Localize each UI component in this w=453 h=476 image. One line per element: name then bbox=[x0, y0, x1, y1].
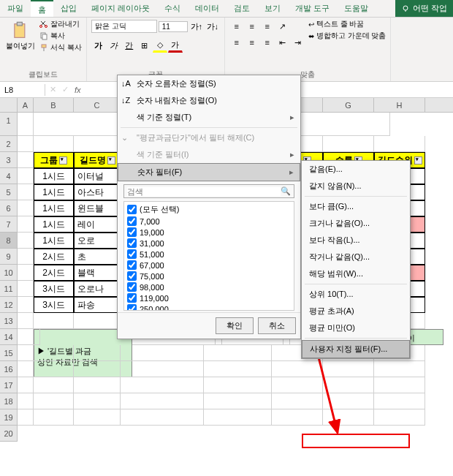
tab-help[interactable]: 도움말 bbox=[337, 0, 376, 17]
filter-dropdown-icon[interactable] bbox=[107, 156, 115, 165]
cell[interactable] bbox=[34, 136, 74, 152]
fx-icon[interactable]: fx bbox=[75, 86, 81, 94]
cell[interactable] bbox=[323, 393, 374, 409]
filter-less-eq[interactable]: 작거나 같음(Q)... bbox=[302, 249, 410, 265]
sort-ascending[interactable]: ↓A숫자 오름차순 정렬(S) bbox=[118, 75, 300, 92]
filter-dropdown-icon[interactable] bbox=[59, 156, 67, 165]
font-color-button[interactable]: 가 bbox=[168, 38, 183, 53]
cell[interactable] bbox=[18, 113, 34, 136]
tab-review[interactable]: 검토 bbox=[226, 0, 257, 17]
row-header-10[interactable]: 10 bbox=[0, 265, 18, 281]
table-cell[interactable]: 블랙 bbox=[74, 265, 121, 281]
merge-center-button[interactable]: ⬌병합하고 가운데 맞춤 bbox=[308, 31, 387, 41]
decrease-font-button[interactable]: 가↓ bbox=[205, 19, 220, 34]
row-header-8[interactable]: 8 bbox=[0, 233, 18, 249]
align-bottom-button[interactable]: ≡ bbox=[260, 19, 275, 34]
row-header-13[interactable]: 13 bbox=[0, 313, 18, 329]
cell[interactable] bbox=[34, 313, 74, 329]
cell[interactable] bbox=[323, 409, 374, 426]
cell[interactable] bbox=[323, 136, 374, 152]
cell[interactable] bbox=[272, 361, 323, 377]
filter-greater-eq[interactable]: 크거나 같음(O)... bbox=[302, 215, 410, 232]
col-header-G[interactable]: G bbox=[323, 98, 374, 112]
fill-color-button[interactable]: ◇ bbox=[153, 38, 167, 53]
row-header-18[interactable]: 18 bbox=[0, 393, 18, 409]
filter-value[interactable]: 119,000 bbox=[126, 292, 292, 303]
number-filters[interactable]: 숫자 필터(F)▸ bbox=[118, 163, 300, 181]
table-cell[interactable]: 아스타 bbox=[74, 184, 121, 200]
table-cell[interactable]: 1시드 bbox=[34, 200, 74, 216]
cell[interactable] bbox=[272, 377, 323, 393]
row-header-3[interactable]: 3 bbox=[0, 152, 18, 168]
table-cell[interactable]: 2시드 bbox=[34, 249, 74, 265]
align-top-button[interactable]: ≡ bbox=[229, 19, 244, 34]
cell[interactable] bbox=[204, 393, 272, 409]
cell[interactable] bbox=[204, 409, 272, 426]
cell[interactable] bbox=[34, 409, 74, 426]
cell[interactable] bbox=[121, 377, 204, 393]
table-cell[interactable]: 3시드 bbox=[34, 281, 74, 297]
copy-button[interactable]: 복사 bbox=[39, 31, 82, 41]
sort-by-color[interactable]: 색 기준 정렬(T)▸ bbox=[118, 109, 300, 126]
table-cell[interactable]: 윈드블 bbox=[74, 200, 121, 216]
cell[interactable] bbox=[18, 409, 34, 426]
cell[interactable] bbox=[18, 361, 34, 377]
cell[interactable] bbox=[18, 152, 34, 168]
font-size-select[interactable]: 11 bbox=[159, 21, 188, 32]
filter-values-list[interactable]: (모두 선택) 7,000 19,000 31,000 51,000 67,00… bbox=[123, 201, 294, 311]
filter-search[interactable]: 🔍 bbox=[123, 184, 294, 198]
filter-value[interactable]: 31,000 bbox=[126, 238, 292, 249]
cell[interactable] bbox=[121, 409, 204, 426]
filter-check[interactable] bbox=[127, 282, 137, 292]
tab-file[interactable]: 파일 bbox=[0, 0, 31, 17]
filter-value[interactable]: 51,000 bbox=[126, 249, 292, 260]
row-header-20[interactable]: 20 bbox=[0, 426, 18, 442]
cell[interactable] bbox=[18, 345, 34, 361]
cell[interactable] bbox=[323, 377, 374, 393]
row-header-2[interactable]: 2 bbox=[0, 136, 18, 152]
filter-equals[interactable]: 같음(E)... bbox=[302, 161, 410, 178]
cell[interactable] bbox=[18, 313, 34, 329]
row-header-12[interactable]: 12 bbox=[0, 297, 18, 313]
filter-value[interactable]: 7,000 bbox=[126, 216, 292, 227]
cell[interactable] bbox=[204, 361, 272, 377]
cell[interactable] bbox=[74, 361, 121, 377]
table-cell[interactable]: 1시드 bbox=[34, 233, 74, 249]
name-box[interactable]: L8 bbox=[0, 84, 45, 96]
filter-top10[interactable]: 상위 10(T)... bbox=[302, 286, 410, 303]
cell[interactable] bbox=[374, 377, 425, 393]
cell[interactable] bbox=[374, 361, 425, 377]
cell[interactable] bbox=[18, 281, 34, 297]
filter-check[interactable] bbox=[127, 304, 137, 311]
cell[interactable] bbox=[34, 393, 74, 409]
cell[interactable] bbox=[18, 184, 34, 200]
cell[interactable] bbox=[18, 377, 34, 393]
filter-value[interactable]: 98,000 bbox=[126, 282, 292, 292]
filter-dropdown-icon[interactable] bbox=[414, 156, 422, 165]
cell[interactable] bbox=[18, 136, 34, 152]
filter-check[interactable] bbox=[127, 260, 137, 270]
cell[interactable] bbox=[272, 393, 323, 409]
cell[interactable] bbox=[18, 200, 34, 216]
cell[interactable] bbox=[18, 265, 34, 281]
filter-below-avg[interactable]: 평균 미만(O) bbox=[302, 320, 410, 336]
cell[interactable] bbox=[74, 377, 121, 393]
cell[interactable] bbox=[74, 136, 121, 152]
row-header-19[interactable]: 19 bbox=[0, 409, 18, 426]
table-cell[interactable]: 3시드 bbox=[34, 297, 74, 313]
cell[interactable] bbox=[18, 233, 34, 249]
filter-value[interactable]: 250,000 bbox=[126, 303, 292, 311]
tab-formulas[interactable]: 수식 bbox=[157, 0, 188, 17]
align-middle-button[interactable]: ≡ bbox=[245, 19, 259, 34]
filter-check[interactable] bbox=[127, 216, 137, 226]
table-header[interactable]: 그룹 bbox=[34, 152, 74, 168]
tab-developer[interactable]: 개발 도구 bbox=[288, 0, 337, 17]
filter-not-equals[interactable]: 같지 않음(N)... bbox=[302, 178, 410, 194]
select-all-corner[interactable] bbox=[0, 98, 18, 112]
wrap-text-button[interactable]: ↩텍스트 줄 바꿈 bbox=[308, 19, 387, 29]
cell[interactable] bbox=[74, 409, 121, 426]
row-header-4[interactable]: 4 bbox=[0, 168, 18, 184]
cell[interactable] bbox=[74, 393, 121, 409]
border-button[interactable]: ⊞ bbox=[137, 38, 152, 53]
tab-insert[interactable]: 삽입 bbox=[53, 0, 84, 17]
